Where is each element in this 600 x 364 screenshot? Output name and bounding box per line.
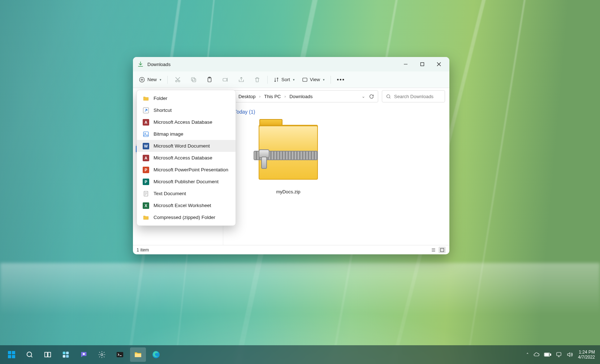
time-label: 1:24 PM: [578, 350, 595, 355]
chevron-down-icon: ▾: [293, 78, 295, 82]
paste-button[interactable]: [202, 74, 217, 86]
new-menu-item[interactable]: PMicrosoft Publisher Document: [137, 176, 236, 188]
file-item-zip[interactable]: myDocs.zip: [241, 118, 335, 194]
new-menu-item[interactable]: XMicrosoft Excel Worksheet: [137, 199, 236, 211]
new-menu-item[interactable]: Shortcut: [137, 104, 236, 116]
txt-icon: [143, 190, 149, 197]
chevron-right-icon: ›: [259, 94, 261, 98]
search-input[interactable]: [394, 94, 441, 99]
settings-button[interactable]: [94, 347, 110, 362]
svg-rect-20: [12, 351, 15, 354]
svg-point-30: [83, 353, 85, 355]
onedrive-icon[interactable]: [533, 351, 540, 358]
new-menu-item-label: Microsoft Access Database: [154, 119, 212, 125]
view-icon: [302, 77, 308, 83]
shortcut-icon: [143, 107, 149, 114]
new-menu-item-label: Microsoft Access Database: [154, 155, 212, 161]
new-menu-item[interactable]: PMicrosoft PowerPoint Presentation: [137, 164, 236, 176]
svg-rect-19: [8, 351, 11, 354]
minimize-button[interactable]: [397, 57, 414, 71]
new-menu-item-label: Text Document: [154, 191, 186, 196]
start-button[interactable]: [4, 347, 20, 362]
svg-point-17: [144, 133, 146, 134]
volume-icon[interactable]: [566, 351, 573, 358]
breadcrumb-downloads[interactable]: Downloads: [288, 93, 314, 100]
svg-rect-25: [48, 352, 51, 357]
zip-icon: [143, 214, 149, 221]
sort-label: Sort: [281, 77, 290, 82]
P-icon: P: [143, 179, 149, 185]
share-button[interactable]: [234, 74, 249, 86]
chevron-down-icon: ▾: [323, 78, 325, 82]
ellipsis-icon: •••: [337, 76, 345, 83]
copy-button[interactable]: [186, 74, 201, 86]
terminal-button[interactable]: [112, 347, 128, 362]
system-tray[interactable]: ˄: [526, 351, 573, 358]
folder-icon: [143, 95, 149, 102]
new-menu-item-label: Microsoft Excel Worksheet: [154, 203, 211, 208]
titlebar[interactable]: Downloads: [133, 57, 449, 71]
svg-rect-24: [45, 352, 47, 357]
new-menu-item-label: Bitmap image: [154, 131, 184, 137]
svg-rect-21: [8, 355, 11, 358]
group-header-today[interactable]: ⌄ Today (1): [229, 109, 443, 115]
new-menu-item-label: Microsoft Word Document: [154, 143, 210, 149]
battery-icon[interactable]: [544, 352, 551, 357]
svg-rect-16: [143, 132, 148, 137]
new-button[interactable]: New ▾: [136, 74, 164, 86]
widgets-button[interactable]: [58, 347, 74, 362]
search-box[interactable]: [382, 90, 445, 102]
large-icons-layout-button[interactable]: [439, 247, 446, 253]
svg-rect-27: [66, 352, 69, 354]
new-menu-item[interactable]: Folder: [137, 92, 236, 104]
rename-button[interactable]: [218, 74, 233, 86]
svg-rect-8: [191, 78, 195, 81]
edge-button[interactable]: [148, 347, 164, 362]
refresh-button[interactable]: [369, 94, 374, 99]
content-area[interactable]: ⌄ Today (1) myDocs.zip: [223, 105, 449, 245]
downloads-icon: [137, 61, 144, 67]
sort-button[interactable]: Sort ▾: [271, 74, 298, 86]
date-label: 4/7/2022: [578, 355, 595, 360]
P-icon: P: [143, 167, 149, 173]
new-menu-item-label: Folder: [154, 96, 167, 101]
taskbar[interactable]: ˄ 1:24 PM 4/7/2022: [0, 345, 600, 364]
more-button[interactable]: •••: [334, 74, 348, 86]
chevron-down-icon[interactable]: ⌄: [362, 94, 365, 99]
task-view-button[interactable]: [40, 347, 56, 362]
svg-rect-33: [135, 354, 141, 357]
cut-button[interactable]: [170, 74, 185, 86]
X-icon: X: [143, 202, 149, 209]
svg-rect-12: [303, 78, 307, 81]
close-button[interactable]: [431, 57, 447, 71]
chevron-right-icon: ›: [284, 94, 286, 98]
W-icon: W: [143, 143, 149, 149]
delete-button[interactable]: [250, 74, 264, 86]
svg-rect-36: [550, 354, 551, 356]
svg-rect-32: [117, 352, 123, 358]
new-menu-item[interactable]: AMicrosoft Access Database: [137, 152, 236, 164]
svg-rect-14: [440, 248, 444, 251]
command-bar: New ▾ Sort ▾ View ▾ •••: [133, 71, 449, 88]
new-menu-item[interactable]: Text Document: [137, 188, 236, 199]
view-button[interactable]: View ▾: [299, 74, 328, 86]
search-button[interactable]: [22, 347, 38, 362]
details-layout-button[interactable]: [430, 247, 437, 253]
breadcrumb-this-pc[interactable]: This PC: [263, 93, 282, 100]
overflow-icon[interactable]: ˄: [526, 352, 529, 358]
new-menu-item[interactable]: WMicrosoft Word Document: [137, 140, 236, 152]
file-name-label: myDocs.zip: [241, 189, 335, 194]
svg-rect-28: [63, 355, 65, 358]
new-menu-item[interactable]: AMicrosoft Access Database: [137, 116, 236, 128]
A-icon: A: [143, 155, 149, 161]
new-menu-item[interactable]: Bitmap image: [137, 128, 236, 140]
view-label: View: [310, 77, 320, 82]
maximize-button[interactable]: [414, 57, 431, 71]
file-explorer-button[interactable]: [130, 347, 146, 362]
search-icon: [386, 94, 391, 99]
svg-rect-26: [63, 352, 65, 354]
chat-button[interactable]: [76, 347, 92, 362]
clock[interactable]: 1:24 PM 4/7/2022: [578, 350, 596, 360]
network-icon[interactable]: [556, 351, 562, 358]
new-menu-item[interactable]: Compressed (zipped) Folder: [137, 211, 236, 223]
